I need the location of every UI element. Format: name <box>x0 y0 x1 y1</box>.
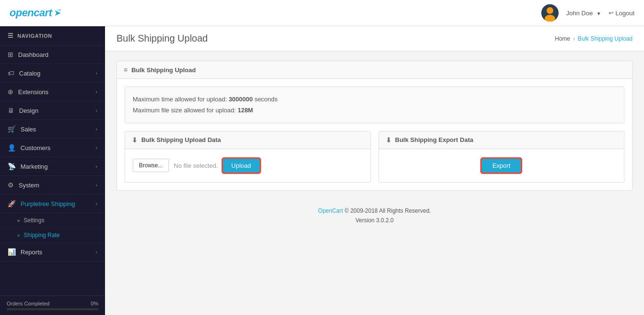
upload-header-icon: ⬇ <box>132 136 137 144</box>
sidebar-item-dashboard[interactable]: ⊞ Dashboard <box>0 45 105 64</box>
page-header: Bulk Shipping Upload Home › Bulk Shippin… <box>105 26 644 51</box>
chevron-right-icon: › <box>95 108 97 113</box>
card-body: Maximum time allowed for upload: 3000000… <box>117 79 632 190</box>
opencart-link[interactable]: OpenCart <box>318 207 343 214</box>
breadcrumb-current: Bulk Shipping Upload <box>578 35 633 42</box>
breadcrumb: Home › Bulk Shipping Upload <box>555 35 633 42</box>
sidebar-item-sales[interactable]: 🛒 Sales › <box>0 120 105 139</box>
sales-icon: 🛒 <box>8 125 16 133</box>
sidebar-bottom: Orders Completed 0% <box>0 295 105 315</box>
main-content: Bulk Shipping Upload Home › Bulk Shippin… <box>105 26 644 315</box>
upload-panel-header: ⬇ Bulk Shipping Upload Data <box>125 131 370 149</box>
chevron-right-icon: › <box>95 126 97 132</box>
sidebar-item-catalog[interactable]: 🏷 Catalog › <box>0 64 105 83</box>
user-dropdown-icon: ▼ <box>596 11 601 16</box>
user-name[interactable]: John Doe ▼ <box>566 10 601 17</box>
max-time-line: Maximum time allowed for upload: 3000000… <box>133 94 616 105</box>
page-title: Bulk Shipping Upload <box>116 33 208 44</box>
export-panel: ⬇ Bulk Shipping Export Data Export <box>379 131 625 183</box>
max-size-line: Maximum file size allowed for upload: 12… <box>133 105 616 116</box>
export-panel-header: ⬇ Bulk Shipping Export Data <box>379 131 624 149</box>
chevron-right-icon: › <box>95 145 97 151</box>
browse-button[interactable]: Browse... <box>133 159 169 172</box>
reports-icon: 📊 <box>8 248 16 256</box>
chevron-right-icon: › <box>95 70 97 76</box>
sidebar-item-reports[interactable]: 📊 Reports › <box>0 243 105 261</box>
chevron-right-icon: › <box>95 182 97 188</box>
logout-button[interactable]: ↩ Logout <box>609 10 634 17</box>
sidebar-item-design[interactable]: 🖥 Design › <box>0 101 105 120</box>
footer-version: Version 3.0.2.0 <box>355 217 393 224</box>
no-file-label: No file selected. <box>174 162 218 169</box>
dashboard-icon: ⊞ <box>8 51 13 58</box>
avatar <box>541 4 559 22</box>
upload-panel: ⬇ Bulk Shipping Upload Data Browse... No… <box>125 131 371 183</box>
marketing-icon: 📡 <box>8 163 16 170</box>
sidebar-item-extensions[interactable]: ⊕ Extensions › <box>0 83 105 101</box>
hamburger-icon: ☰ <box>8 32 14 39</box>
purpletree-icon: 🚀 <box>8 200 16 207</box>
breadcrumb-home[interactable]: Home <box>555 35 570 42</box>
export-button[interactable]: Export <box>482 159 521 173</box>
nav-header: ☰ NAVIGATION <box>0 26 105 45</box>
footer: OpenCart © 2009-2018 All Rights Reserved… <box>116 198 633 233</box>
info-box: Maximum time allowed for upload: 3000000… <box>125 87 624 123</box>
catalog-icon: 🏷 <box>8 69 14 77</box>
logo: opencart ➤⃗ <box>10 7 61 19</box>
logo-arrow: ➤⃗ <box>54 8 61 18</box>
system-icon: ⚙ <box>8 181 14 189</box>
orders-completed: Orders Completed 0% <box>0 296 105 315</box>
sidebar-item-purpletree[interactable]: 🚀 Purpletree Shipping › <box>0 195 105 213</box>
topbar: opencart ➤⃗ John Doe ▼ ↩ Logout <box>0 0 644 26</box>
design-icon: 🖥 <box>8 107 14 114</box>
svg-point-1 <box>547 7 553 14</box>
customers-icon: 👤 <box>8 144 16 152</box>
main-card: ≡ Bulk Shipping Upload Maximum time allo… <box>116 61 633 191</box>
export-panel-body: Export <box>379 149 624 182</box>
logo-text: opencart <box>10 7 52 19</box>
upload-button[interactable]: Upload <box>223 159 260 173</box>
sidebar-item-system[interactable]: ⚙ System › <box>0 176 105 195</box>
chevron-right-icon: › <box>95 163 97 169</box>
sidebar: ☰ NAVIGATION ⊞ Dashboard 🏷 Catalog › ⊕ E… <box>0 26 105 315</box>
breadcrumb-separator: › <box>573 35 575 42</box>
export-header-icon: ⬇ <box>386 136 391 144</box>
extensions-icon: ⊕ <box>8 88 13 96</box>
list-icon: ≡ <box>124 66 127 74</box>
upload-panel-body: Browse... No file selected. Upload <box>125 149 370 182</box>
chevron-right-icon: › <box>95 249 97 255</box>
progress-bar <box>7 308 98 310</box>
chevron-right-icon: › <box>95 201 97 206</box>
sidebar-item-settings[interactable]: » Settings <box>0 213 105 228</box>
sidebar-item-shipping-rate[interactable]: » Shipping Rate <box>0 228 105 243</box>
card-header: ≡ Bulk Shipping Upload <box>117 61 632 79</box>
sidebar-item-customers[interactable]: 👤 Customers › <box>0 139 105 157</box>
topbar-right: John Doe ▼ ↩ Logout <box>541 4 634 22</box>
bullet-icon: » <box>17 218 20 223</box>
panels-container: ⬇ Bulk Shipping Upload Data Browse... No… <box>125 131 624 183</box>
footer-copyright: © 2009-2018 All Rights Reserved. <box>345 207 431 214</box>
sidebar-item-marketing[interactable]: 📡 Marketing › <box>0 157 105 176</box>
content-area: ≡ Bulk Shipping Upload Maximum time allo… <box>105 51 644 243</box>
chevron-right-icon: › <box>95 89 97 95</box>
bullet-icon: » <box>17 233 20 238</box>
logout-icon: ↩ <box>609 10 613 16</box>
